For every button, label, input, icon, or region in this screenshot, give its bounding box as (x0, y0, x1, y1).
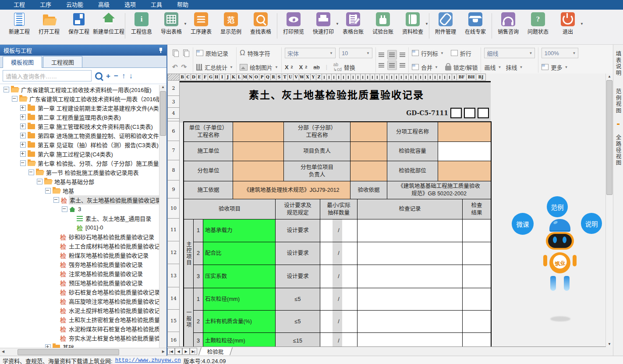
cell-label[interactable]: 单位（子单位）工程名称 (184, 122, 233, 142)
cell-label[interactable]: 检验批容量 (387, 142, 438, 161)
cell-value[interactable] (438, 142, 491, 161)
scroll-left-icon[interactable]: ◀ (2, 350, 4, 353)
process-table-button[interactable]: 工序建表 (186, 12, 216, 35)
cell-value[interactable] (350, 122, 387, 142)
group-label[interactable]: 一般项 (184, 288, 194, 347)
expander-icon[interactable] (45, 344, 51, 348)
tree-item-8[interactable]: 第七章 检验批、分项、分部（子分部）施工质量及分 (0, 159, 159, 168)
cell-result[interactable] (463, 219, 491, 242)
column-header-I[interactable]: I (219, 74, 225, 81)
tree-item-18[interactable]: 检粉煤灰地基检验批质量验收记录 (0, 251, 159, 260)
tab-fullpath-view[interactable]: 全路径视图 (613, 132, 623, 169)
tree-horizontal-scrollbar[interactable]: ◀ ▶ (0, 348, 166, 356)
tab-example-view[interactable]: 范例视图 (613, 86, 623, 117)
cell-sample[interactable]: / (320, 333, 358, 347)
summary-stats-button[interactable]: 汇总统计▼ (196, 63, 233, 71)
row-header-9[interactable]: 9 (167, 180, 180, 198)
dropdown-caret-icon[interactable]: ▼ (425, 22, 428, 26)
expander-icon[interactable] (45, 188, 51, 194)
column-header-Q[interactable]: Q (265, 74, 271, 81)
cell-value[interactable] (233, 122, 284, 142)
tree-item-12[interactable]: 检素土、灰土地基检验批质量验收记录 (0, 195, 159, 205)
column-header-X[interactable]: X (305, 74, 311, 81)
cell-spec[interactable]: 设计要求 (276, 265, 320, 288)
expander-icon[interactable] (20, 105, 26, 111)
scrollbar-thumb[interactable] (18, 349, 119, 355)
tab-fill-instructions[interactable]: 填表说明 (613, 48, 623, 79)
column-header-G[interactable]: G (208, 74, 214, 81)
column-header-narrow[interactable] (428, 74, 433, 81)
column-header-U[interactable]: U (288, 74, 294, 81)
expander-icon[interactable] (12, 96, 18, 102)
cell-number[interactable]: 2 (194, 242, 203, 265)
cell-item[interactable]: 土料有机质含量(%) (203, 311, 276, 333)
column-title[interactable]: 检查记录 (358, 199, 463, 219)
column-header-BH[interactable]: BH (467, 74, 476, 81)
column-header-narrow[interactable] (442, 74, 447, 81)
tree-item-19[interactable]: 检强夯地基检验批质量验收记录 (0, 260, 159, 269)
row-header-13[interactable]: 13 (167, 264, 180, 287)
cell-record[interactable] (358, 333, 463, 347)
align-left-icon[interactable] (377, 60, 386, 70)
dropdown-caret-icon[interactable]: ▼ (580, 22, 584, 26)
column-header-narrow[interactable] (404, 74, 409, 81)
line-style-select[interactable]: 细线▼ (484, 48, 535, 58)
cell-value[interactable] (233, 161, 284, 181)
test-ledger-button[interactable]: 试验台账 (368, 12, 398, 35)
row-header-10[interactable]: 10 (167, 198, 180, 219)
row-header-14[interactable]: 14 (167, 287, 180, 310)
search-icon[interactable] (95, 72, 103, 80)
tree-item-10[interactable]: 地基与基础分部 (0, 177, 159, 186)
cell-sample[interactable]: / (320, 265, 358, 288)
arrow-up-icon[interactable]: ↑ (122, 72, 126, 80)
column-header-Y[interactable]: Y (311, 74, 316, 81)
instructions-button[interactable]: 说明 (581, 213, 602, 234)
expander-icon[interactable] (20, 133, 26, 138)
expander-icon[interactable] (20, 151, 26, 157)
example-button[interactable]: 范例 (547, 196, 568, 217)
column-header-V[interactable]: V (294, 74, 299, 81)
tree-item-5[interactable]: 第四章 进场施工物资质量控制、证明和验收文件通用 (0, 131, 159, 140)
scrollbar-thumb[interactable] (160, 91, 166, 136)
column-header-H[interactable]: H (214, 74, 219, 81)
save-project-button[interactable]: 保存工程 (64, 12, 94, 35)
tree-item-6[interactable]: 第五章 见证取（抽）样检验（测）报告(C3类表) (0, 140, 159, 149)
align-right-icon[interactable] (398, 60, 407, 70)
project-info-button[interactable]: i工程信息 (127, 12, 156, 35)
cell-number[interactable]: 1 (194, 219, 203, 242)
cell-spec[interactable]: ≤15 (276, 333, 320, 347)
cell-record[interactable] (358, 242, 463, 265)
open-project-button[interactable]: 打开工程 (34, 12, 64, 35)
column-header-B[interactable]: B (180, 74, 185, 81)
row-header-7[interactable]: 7 (167, 141, 180, 160)
print-preview-button[interactable]: 打印预览 (279, 12, 308, 35)
column-header-E[interactable]: E (197, 74, 202, 81)
raw-record-button[interactable]: 原始记录 (196, 49, 228, 57)
tab-project-view[interactable]: 工程视图 (43, 56, 82, 67)
subscript-button[interactable]: X2 (299, 64, 308, 71)
undo-icon[interactable]: ↶ (172, 63, 178, 71)
find-table-button[interactable]: 查找表格 (246, 12, 276, 35)
first-sheet-icon[interactable]: |◀ (167, 348, 175, 355)
cell-label[interactable]: 分部（子分部）工程名称 (284, 122, 350, 142)
tree-item-16[interactable]: 检砂和砂石地基检验批质量验收记录 (0, 232, 159, 241)
expander-icon[interactable] (62, 206, 67, 212)
tree-item-17[interactable]: 检土工合成材料地基检验批质量验收记录 (0, 241, 159, 251)
column-header-narrow[interactable] (452, 74, 457, 81)
cell-sample[interactable]: / (320, 219, 358, 242)
tree-item-25[interactable]: 检土和灰土挤密桩复合地基检验批质量验 (0, 315, 159, 324)
column-header-narrow[interactable] (389, 74, 394, 81)
row-header-15[interactable]: 15 (167, 310, 180, 332)
tree-item-7[interactable]: 第六章 施工过程记录(C4类表) (0, 149, 159, 159)
column-header-L[interactable]: L (237, 74, 242, 81)
next-sheet-icon[interactable]: ▶ (182, 348, 190, 355)
zhuye-link[interactable]: http://www.zhuyew.cn (115, 357, 181, 364)
cell-label[interactable]: 验收依据 (350, 181, 387, 199)
tree-item-11[interactable]: 地基 (0, 186, 159, 195)
tree-vertical-scrollbar[interactable]: ▲ (159, 85, 166, 348)
menu-item-6[interactable]: 帮助 (170, 0, 196, 10)
column-header-P[interactable]: P (259, 74, 265, 81)
paste-icon[interactable] (183, 49, 190, 57)
cell-label[interactable]: 分项工程名称 (387, 122, 438, 142)
merge-cells-button[interactable]: 合并▼ (412, 63, 438, 71)
